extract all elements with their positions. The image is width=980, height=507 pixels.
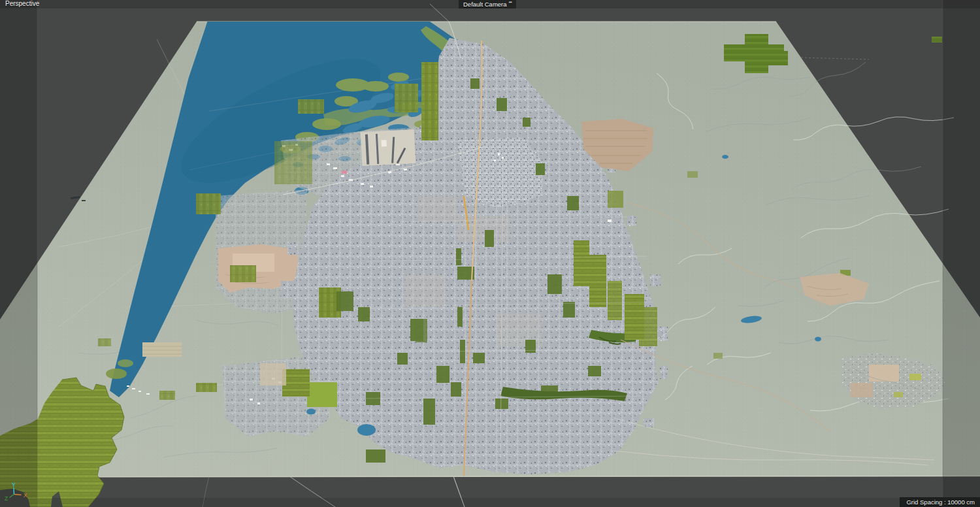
axis-x-label: X [24, 492, 27, 499]
axis-z-label: Z [5, 495, 8, 502]
camera-name-pill[interactable]: Default Camera ** [459, 0, 516, 8]
airport [361, 129, 416, 166]
grid-spacing-text: Grid Spacing : 10000 cm [906, 499, 975, 506]
view-mode-label[interactable]: Perspective [5, 0, 39, 8]
grid-spacing-status: Grid Spacing : 10000 cm [900, 497, 980, 507]
pink-building [342, 171, 347, 174]
camera-modified-icon: ** [509, 0, 512, 7]
viewport-3d[interactable]: X Y Z Perspective Default Camera ** Grid… [0, 0, 980, 507]
downtown-core [457, 137, 544, 208]
camera-name-text: Default Camera [463, 1, 507, 8]
viewport-3d-canvas[interactable]: X Y Z [0, 0, 980, 507]
axis-y-label: Y [12, 482, 16, 488]
